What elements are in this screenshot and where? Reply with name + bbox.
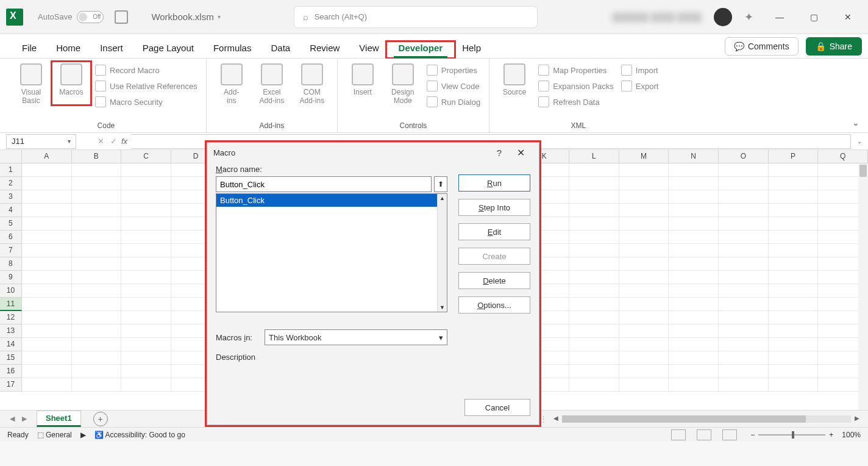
cell[interactable] — [669, 324, 719, 338]
cell[interactable] — [669, 284, 719, 298]
column-header[interactable]: O — [719, 150, 769, 163]
cell[interactable] — [619, 351, 669, 365]
cell[interactable] — [22, 257, 72, 271]
cell[interactable] — [72, 231, 122, 244]
source-button[interactable]: Source — [496, 62, 533, 96]
hscroll-thumb[interactable] — [562, 415, 806, 423]
cell[interactable] — [769, 163, 819, 177]
scroll-down-icon[interactable]: ▼ — [439, 304, 445, 310]
cell[interactable] — [619, 231, 669, 244]
cell[interactable] — [569, 324, 619, 338]
cell[interactable] — [569, 177, 619, 190]
ribbon-collapse-button[interactable]: ⌄ — [852, 118, 859, 127]
cell[interactable] — [669, 257, 719, 271]
macro-name-refedit-icon[interactable]: ⬆ — [434, 176, 447, 192]
cell[interactable] — [619, 324, 669, 338]
cell[interactable] — [769, 284, 819, 298]
cell[interactable] — [669, 204, 719, 217]
cell[interactable] — [619, 338, 669, 351]
record-macro-button[interactable]: Record Macro — [93, 63, 200, 77]
cell[interactable] — [569, 204, 619, 217]
formula-bar-expand-icon[interactable]: ⌄ — [851, 138, 868, 145]
tab-view[interactable]: View — [349, 37, 388, 58]
zoom-slider[interactable]: − + — [750, 431, 833, 439]
row-header[interactable]: 3 — [0, 190, 22, 204]
column-header[interactable]: Q — [818, 150, 868, 163]
macro-list[interactable]: Button_Click ▲ ▼ — [216, 193, 447, 312]
cell[interactable] — [22, 311, 72, 324]
row-header[interactable]: 17 — [0, 378, 22, 392]
column-header[interactable]: N — [669, 150, 719, 163]
coming-soon-icon[interactable]: ✦ — [738, 10, 760, 24]
add-sheet-button[interactable]: + — [93, 412, 108, 426]
sheet-nav-next[interactable]: ▶ — [18, 415, 30, 423]
cell[interactable] — [769, 351, 819, 365]
cell[interactable] — [22, 284, 72, 298]
cell[interactable] — [619, 244, 669, 257]
cell[interactable] — [72, 338, 122, 351]
macro-security-button[interactable]: Macro Security — [93, 95, 200, 109]
cell[interactable] — [619, 311, 669, 324]
close-window-button[interactable]: ✕ — [834, 6, 862, 28]
cell[interactable] — [121, 271, 171, 284]
cell[interactable] — [72, 365, 122, 378]
minimize-button[interactable]: ― — [766, 6, 794, 28]
cell[interactable] — [719, 163, 769, 177]
cell[interactable] — [22, 163, 72, 177]
cell[interactable] — [569, 190, 619, 204]
tab-insert[interactable]: Insert — [90, 37, 133, 58]
cell[interactable] — [22, 231, 72, 244]
row-header[interactable]: 10 — [0, 284, 22, 298]
cell[interactable] — [719, 298, 769, 311]
cell[interactable] — [719, 284, 769, 298]
cell[interactable] — [22, 190, 72, 204]
cell[interactable] — [121, 177, 171, 190]
properties-button[interactable]: Properties — [424, 63, 483, 77]
cell[interactable] — [121, 204, 171, 217]
relative-refs-button[interactable]: Use Relative References — [93, 79, 200, 93]
row-header[interactable]: 7 — [0, 244, 22, 257]
cell[interactable] — [121, 217, 171, 231]
cell[interactable] — [719, 271, 769, 284]
com-addins-button[interactable]: COM Add-ins — [293, 62, 331, 106]
cell[interactable] — [669, 298, 719, 311]
cell[interactable] — [669, 351, 719, 365]
cell[interactable] — [769, 311, 819, 324]
cell[interactable] — [72, 284, 122, 298]
cell[interactable] — [569, 338, 619, 351]
run-dialog-button[interactable]: Run Dialog — [424, 95, 483, 109]
tab-home[interactable]: Home — [46, 37, 90, 58]
select-all-corner[interactable] — [0, 150, 22, 163]
options-button[interactable]: Options... — [458, 296, 530, 314]
macros-button[interactable]: Macros — [52, 62, 90, 96]
share-button[interactable]: 🔒 Share — [806, 37, 862, 56]
cell[interactable] — [72, 378, 122, 392]
scroll-up-icon[interactable]: ▲ — [439, 195, 445, 201]
cell[interactable] — [619, 190, 669, 204]
cell[interactable] — [569, 351, 619, 365]
horizontal-scrollbar[interactable]: ◀ ▶ — [551, 415, 862, 423]
tab-data[interactable]: Data — [261, 37, 300, 58]
cell[interactable] — [669, 338, 719, 351]
cell[interactable] — [769, 177, 819, 190]
column-header[interactable]: L — [569, 150, 619, 163]
cell[interactable] — [719, 217, 769, 231]
cell[interactable] — [769, 378, 819, 392]
hscroll-right-icon[interactable]: ▶ — [852, 415, 862, 421]
cell[interactable] — [769, 365, 819, 378]
cell[interactable] — [121, 231, 171, 244]
cell[interactable] — [719, 204, 769, 217]
macro-list-item-selected[interactable]: Button_Click — [216, 194, 447, 207]
row-header[interactable]: 15 — [0, 351, 22, 365]
cell[interactable] — [719, 338, 769, 351]
visual-basic-button[interactable]: Visual Basic — [12, 62, 50, 106]
cell[interactable] — [72, 351, 122, 365]
cell[interactable] — [669, 190, 719, 204]
cell[interactable] — [669, 217, 719, 231]
cell[interactable] — [669, 163, 719, 177]
row-header[interactable]: 6 — [0, 231, 22, 244]
cell[interactable] — [619, 271, 669, 284]
maximize-button[interactable]: ▢ — [800, 6, 828, 28]
cell[interactable] — [569, 257, 619, 271]
cell[interactable] — [121, 244, 171, 257]
